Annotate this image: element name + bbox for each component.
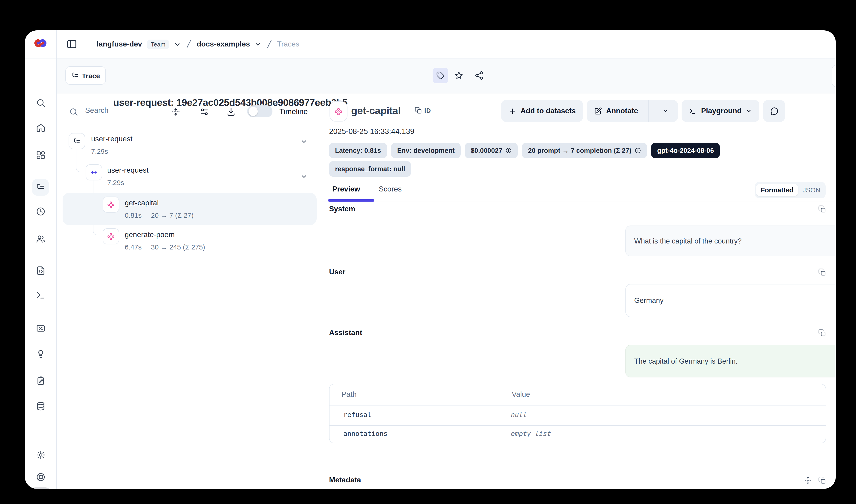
copy-icon[interactable] [818, 268, 826, 276]
info-icon [635, 147, 641, 154]
tag-icon[interactable] [433, 68, 448, 83]
observation-timestamp: 2025-08-25 16:33:44.139 [329, 127, 414, 136]
tree-row-span[interactable]: user-request 7.29s [86, 164, 325, 194]
table-cell-path: refusal [343, 411, 371, 418]
system-message: What is the capital of the country? [625, 226, 836, 256]
sidebar-item-datasets[interactable] [25, 401, 56, 411]
sidebar-item-prompts[interactable] [25, 266, 56, 275]
assistant-message: The capital of Germany is Berlin. [625, 345, 836, 377]
tab-preview[interactable]: Preview [332, 185, 360, 193]
tree-row-label: user-request [107, 166, 149, 175]
user-label: User [329, 268, 345, 276]
search-icon [69, 107, 78, 116]
sidebar-item-playground[interactable] [25, 290, 56, 300]
sidebar-item-tracing[interactable] [32, 179, 49, 196]
split-divider [649, 100, 649, 122]
chevron-down-icon[interactable] [174, 41, 181, 48]
sidebar-item-dashboards[interactable] [25, 150, 56, 160]
database-icon [36, 401, 45, 411]
tab-scores[interactable]: Scores [379, 185, 402, 193]
generation-icon [103, 228, 119, 245]
timeline-label: Timeline [279, 107, 308, 116]
sidebar-item-insights[interactable] [25, 348, 56, 358]
timeline-toggle[interactable] [247, 105, 272, 118]
playground-button[interactable]: Playground [682, 100, 760, 122]
system-label: System [329, 205, 355, 213]
copy-icon[interactable] [818, 329, 826, 337]
detail-actions: Add to datasets Annotate Playground [501, 100, 785, 122]
home-icon [36, 123, 45, 132]
tokens-badge[interactable]: 20 prompt → 7 completion (Σ 27) [522, 143, 647, 158]
file-code-icon [36, 266, 45, 275]
tree-row-generation-generate-poem[interactable]: generate-poem 6.47s 30 → 245 (Σ 275) [103, 228, 323, 258]
trace-node-icon [69, 133, 85, 149]
copy-icon[interactable] [818, 476, 826, 484]
annotate-label: Annotate [606, 107, 638, 115]
pen-square-icon [594, 107, 602, 115]
copy-icon [415, 107, 422, 114]
user-avatar[interactable] [30, 487, 52, 489]
tree-row-duration: 7.29s [107, 179, 124, 186]
sidebar-item-sessions[interactable] [25, 207, 56, 216]
system-message-text: What is the capital of the country? [634, 237, 742, 245]
cost-badge[interactable]: $0.000027 [465, 143, 518, 158]
sidebar-item-scores[interactable] [25, 324, 56, 333]
annotate-dropdown-button[interactable] [653, 100, 678, 122]
tree-row-duration: 6.47s [125, 243, 142, 251]
table-header-value: Value [512, 390, 530, 399]
sidebar-item-settings[interactable] [25, 450, 56, 460]
fold-vertical-icon[interactable] [171, 107, 180, 118]
format-toggle-json[interactable]: JSON [798, 184, 825, 196]
breadcrumb-page[interactable]: Traces [277, 40, 299, 48]
add-to-datasets-button[interactable]: Add to datasets [501, 100, 583, 122]
share-icon[interactable] [475, 71, 484, 80]
sidebar-toggle-icon[interactable] [66, 39, 77, 50]
delete-trace-button[interactable] [832, 65, 836, 87]
chevron-down-icon[interactable] [254, 41, 262, 48]
tree-row-generation-get-capital[interactable]: get-capital 0.81s 20 → 7 (Σ 27) [103, 197, 323, 226]
breadcrumb-project[interactable]: langfuse-dev [97, 40, 142, 48]
search-icon [36, 98, 45, 108]
observation-title: get-capital [351, 105, 401, 117]
unfold-vertical-icon[interactable] [804, 476, 812, 484]
badges-row-1: Latency: 0.81s Env: development $0.00002… [329, 143, 720, 158]
chevron-down-icon[interactable] [300, 138, 308, 145]
chat-bubble-icon [770, 107, 779, 115]
clock-icon [36, 207, 45, 216]
format-toggle-formatted[interactable]: Formatted [756, 184, 798, 196]
download-icon[interactable] [227, 107, 236, 118]
gear-icon [36, 450, 45, 460]
star-icon[interactable] [454, 71, 463, 80]
user-message: Germany [625, 284, 836, 317]
screenshot-stage: langfuse-dev Team docs-examples Traces T… [0, 0, 856, 504]
table-cell-path: annotations [343, 430, 388, 437]
generation-icon [329, 101, 347, 122]
sidebar-item-users[interactable] [25, 234, 56, 244]
langfuse-logo-icon[interactable] [32, 36, 49, 54]
breadcrumb-separator [266, 39, 272, 49]
copy-icon[interactable] [818, 205, 826, 213]
filter-sliders-icon[interactable] [200, 107, 209, 118]
sidebar-item-search[interactable] [25, 98, 56, 108]
chevron-down-icon[interactable] [300, 173, 308, 180]
model-badge[interactable]: gpt-4o-2024-08-06 [651, 143, 720, 158]
toggle-knob [249, 107, 258, 116]
user-message-text: Germany [634, 296, 664, 305]
copy-id-button[interactable]: ID [415, 107, 431, 114]
user-section-header: User [329, 268, 826, 276]
info-icon [505, 147, 512, 154]
tree-row-trace[interactable]: user-request 7.29s [69, 133, 326, 162]
playground-label: Playground [701, 107, 742, 115]
percent-box-icon [36, 324, 45, 333]
search-input[interactable] [84, 106, 155, 115]
sidebar-item-support[interactable] [25, 472, 56, 482]
nav-sidebar [25, 58, 56, 489]
comment-button[interactable] [763, 100, 785, 122]
sidebar-item-annotation[interactable] [25, 376, 56, 386]
id-label: ID [424, 107, 431, 114]
plus-icon [509, 107, 516, 115]
breadcrumb-env[interactable]: docs-examples [197, 40, 250, 48]
terminal-icon [689, 107, 697, 115]
sidebar-item-home[interactable] [25, 123, 56, 132]
annotate-button[interactable]: Annotate [587, 100, 678, 122]
